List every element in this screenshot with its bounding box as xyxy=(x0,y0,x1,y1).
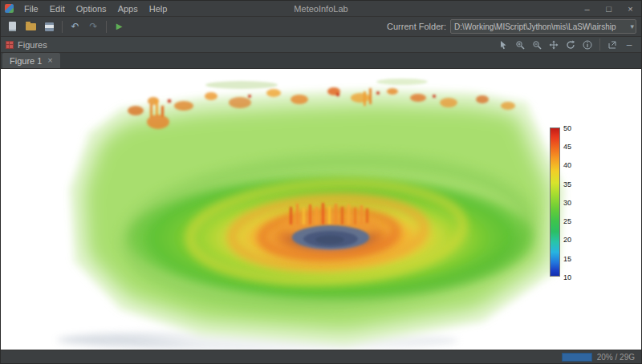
colorbar-tick: 30 xyxy=(563,199,571,207)
colorbar-tick: 10 xyxy=(563,273,571,281)
figures-panel-icon xyxy=(6,41,14,49)
menu-help[interactable]: Help xyxy=(144,1,173,16)
colorbar-tick: 35 xyxy=(563,180,571,188)
current-folder-group: Current Folder: D:\Working\MIScript\Jyth… xyxy=(387,19,638,34)
redo-button[interactable]: ↷ xyxy=(85,18,102,34)
colorbar-tick: 25 xyxy=(563,217,571,225)
current-folder-path: D:\Working\MIScript\Jython\mis\LaSW\airs… xyxy=(454,22,628,31)
current-folder-combobox[interactable]: D:\Working\MIScript\Jython\mis\LaSW\airs… xyxy=(450,19,636,34)
volume-rendering xyxy=(57,79,564,350)
storm-eye xyxy=(292,225,369,249)
app-window: File Edit Options Apps Help MeteoInfoLab… xyxy=(0,0,642,364)
float-panel-button[interactable] xyxy=(605,38,620,51)
close-button[interactable]: × xyxy=(620,1,641,16)
undo-button[interactable]: ↶ xyxy=(67,18,83,34)
title-bar: File Edit Options Apps Help MeteoInfoLab… xyxy=(1,1,641,17)
undock-arrow-icon xyxy=(607,40,617,50)
save-button[interactable] xyxy=(41,18,58,34)
zoom-in-icon xyxy=(515,40,525,50)
tab-figure-1[interactable]: Figure 1 × xyxy=(2,53,60,68)
figure-canvas-area: 50 45 40 35 30 25 20 15 10 xyxy=(1,69,641,350)
colorbar-tick: 20 xyxy=(563,236,571,244)
hide-panel-button[interactable]: – xyxy=(622,38,636,51)
colorbar-legend: 50 45 40 35 30 25 20 15 10 xyxy=(550,127,587,280)
app-logo-icon xyxy=(5,4,14,13)
new-script-button[interactable] xyxy=(4,18,21,34)
info-icon xyxy=(583,40,592,50)
run-icon: ▶ xyxy=(116,22,123,30)
figure-tab-bar: Figure 1 × xyxy=(1,53,641,69)
colorbar-gradient xyxy=(550,127,560,277)
undo-icon: ↶ xyxy=(71,22,79,31)
maximize-button[interactable]: □ xyxy=(598,1,620,16)
main-toolbar: ↶ ↷ ▶ Current Folder: D:\Working\MIScrip… xyxy=(1,17,641,37)
header-separator xyxy=(599,38,600,51)
zoom-out-icon xyxy=(532,40,542,50)
redo-icon: ↷ xyxy=(89,22,97,31)
figures-panel-title: Figures xyxy=(18,40,47,50)
open-file-button[interactable] xyxy=(22,18,39,34)
memory-usage-text: 20% / 29G xyxy=(597,353,635,362)
rotate-button[interactable] xyxy=(563,38,578,51)
identify-button[interactable] xyxy=(580,38,595,51)
pan-button[interactable] xyxy=(547,38,561,51)
tab-label: Figure 1 xyxy=(10,56,42,66)
cursor-arrow-icon xyxy=(498,40,508,50)
pan-move-icon xyxy=(549,40,559,50)
select-tool-button[interactable] xyxy=(496,38,510,51)
new-file-icon xyxy=(9,22,16,31)
status-bar: 20% / 29G xyxy=(1,350,641,363)
zoom-out-button[interactable] xyxy=(530,38,544,51)
zoom-in-button[interactable] xyxy=(513,38,527,51)
current-folder-label: Current Folder: xyxy=(387,22,446,31)
minimize-button[interactable]: – xyxy=(576,1,598,16)
colorbar-tick: 40 xyxy=(563,161,571,169)
window-controls: – □ × xyxy=(576,1,641,16)
hide-panel-icon: – xyxy=(627,40,632,50)
colorbar-tick: 15 xyxy=(563,255,571,263)
memory-usage-bar xyxy=(562,353,592,362)
colorbar-tick: 45 xyxy=(563,143,571,151)
toolbar-separator xyxy=(62,21,63,33)
rotate-icon xyxy=(566,40,575,50)
open-folder-icon xyxy=(26,23,36,30)
menu-file[interactable]: File xyxy=(18,1,44,16)
menu-apps[interactable]: Apps xyxy=(112,1,144,16)
save-icon xyxy=(45,22,54,31)
menu-edit[interactable]: Edit xyxy=(44,1,71,16)
colorbar-tick: 50 xyxy=(563,124,571,132)
hurricane-3d-volume-plot[interactable] xyxy=(1,69,641,350)
figures-panel-header: Figures xyxy=(1,37,641,53)
run-script-button[interactable]: ▶ xyxy=(111,18,128,34)
tab-close-icon[interactable]: × xyxy=(47,56,52,65)
toolbar-separator xyxy=(106,21,107,33)
menu-options[interactable]: Options xyxy=(71,1,112,16)
figure-tools: – xyxy=(496,38,636,51)
chevron-down-icon[interactable]: ▾ xyxy=(628,22,634,30)
